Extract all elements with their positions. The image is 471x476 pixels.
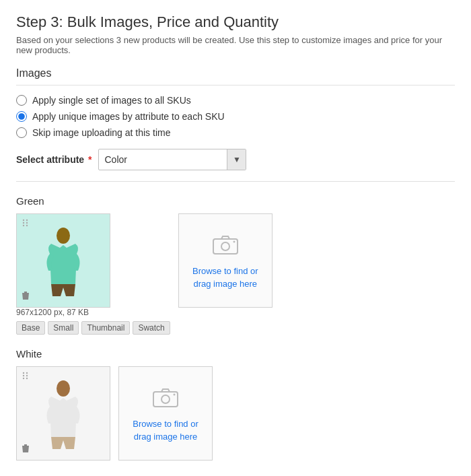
svg-point-18 (161, 395, 170, 403)
svg-point-12 (23, 375, 24, 376)
page-subtitle: Based on your selections 3 new products … (16, 35, 455, 55)
svg-point-3 (26, 222, 28, 224)
radio-unique-label: Apply unique images by attribute to each… (32, 111, 225, 122)
color-section-green: Green (16, 195, 455, 335)
delete-icon-green[interactable] (21, 290, 30, 303)
svg-point-16 (57, 380, 70, 397)
svg-point-6 (57, 228, 70, 244)
svg-point-14 (23, 378, 24, 379)
green-product-image (17, 214, 110, 307)
page-title: Step 3: Bulk Images, Price and Quantity (16, 13, 455, 31)
image-tags-green: Base Small Thumbnail Swatch (16, 321, 170, 335)
tag-thumbnail: Thumbnail (81, 321, 130, 335)
image-row-green: 967x1200 px, 87 KB Base Small Thumbnail … (16, 213, 455, 335)
svg-point-10 (23, 372, 24, 374)
radio-unique-input[interactable] (16, 111, 27, 122)
select-arrow-icon[interactable]: ▼ (227, 149, 246, 170)
svg-point-19 (174, 394, 176, 396)
color-title-green: Green (16, 195, 455, 207)
tag-small: Small (48, 321, 79, 335)
upload-text-white: Browse to find ordrag image here (133, 418, 198, 442)
radio-skip-input[interactable] (16, 127, 27, 138)
radio-item-unique[interactable]: Apply unique images by attribute to each… (16, 111, 455, 122)
image-row-white: Browse to find ordrag image here (16, 366, 455, 461)
radio-single-input[interactable] (16, 95, 27, 106)
color-section-white: White (16, 348, 455, 461)
svg-point-9 (233, 241, 235, 243)
image-meta-green: 967x1200 px, 87 KB (16, 308, 170, 317)
image-mode-radio-group: Apply single set of images to all SKUs A… (16, 95, 455, 138)
delete-icon-white[interactable] (21, 443, 30, 456)
radio-item-single[interactable]: Apply single set of images to all SKUs (16, 95, 455, 106)
images-section-title: Images (16, 67, 455, 86)
required-star: * (85, 154, 92, 165)
drag-handle-white[interactable] (21, 371, 30, 383)
tag-swatch: Swatch (133, 321, 170, 335)
attribute-select-wrapper: Color Size Style ▼ (98, 149, 246, 170)
svg-point-11 (26, 372, 28, 374)
tag-base: Base (16, 321, 45, 335)
upload-slot-white[interactable]: Browse to find ordrag image here (118, 366, 213, 461)
color-title-white: White (16, 348, 455, 360)
svg-point-15 (26, 378, 28, 379)
svg-point-1 (26, 219, 28, 221)
camera-icon-white (152, 384, 179, 413)
svg-point-4 (23, 225, 24, 226)
svg-point-13 (26, 375, 28, 376)
image-slot-white-product (16, 366, 110, 461)
drag-handle-green[interactable] (21, 218, 30, 230)
white-product-image (17, 367, 110, 460)
attribute-label: Select attribute * (16, 154, 92, 165)
radio-skip-label: Skip image uploading at this time (32, 127, 170, 138)
upload-text-green: Browse to find ordrag image here (192, 265, 258, 290)
radio-item-skip[interactable]: Skip image uploading at this time (16, 127, 455, 138)
attribute-row: Select attribute * Color Size Style ▼ (16, 149, 455, 182)
upload-slot-green[interactable]: Browse to find ordrag image here (178, 213, 273, 308)
attribute-select[interactable]: Color Size Style (99, 151, 227, 168)
svg-point-5 (26, 225, 28, 226)
svg-point-8 (221, 242, 229, 250)
svg-point-2 (23, 222, 24, 224)
camera-icon-green (212, 231, 239, 260)
radio-single-label: Apply single set of images to all SKUs (32, 95, 191, 106)
image-slot-green-product (16, 213, 110, 308)
svg-point-0 (23, 219, 24, 221)
